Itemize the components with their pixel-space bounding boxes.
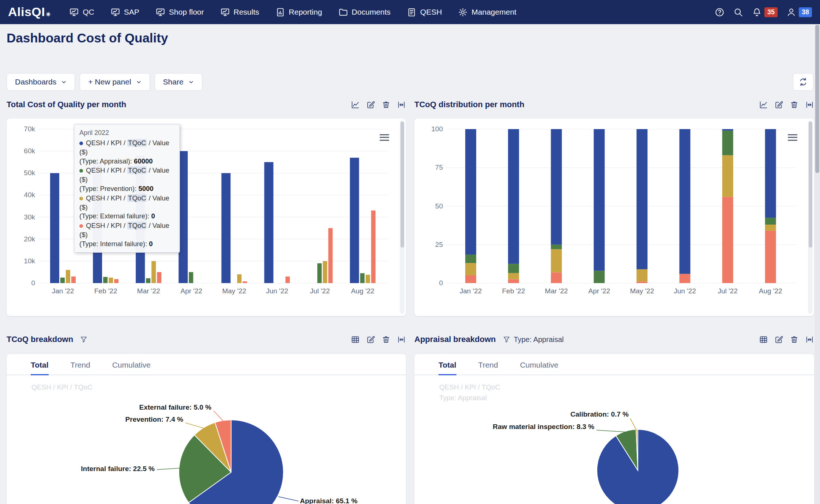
move-resize-icon[interactable] (397, 335, 406, 344)
svg-text:Jul '22: Jul '22 (718, 287, 737, 295)
page-scrollbar[interactable] (815, 24, 820, 504)
move-resize-icon[interactable] (805, 100, 814, 109)
panel-scrollbar[interactable] (808, 121, 813, 314)
svg-text:Jan '22: Jan '22 (52, 287, 74, 295)
nav-item-reporting[interactable]: Reporting (275, 7, 322, 17)
nav-item-label: QC (83, 8, 94, 16)
notifications-count-badge: 35 (764, 7, 778, 17)
scrollbar-thumb[interactable] (400, 121, 404, 248)
app-logo[interactable]: AlisQI (8, 5, 51, 20)
panel-title: Appraisal breakdown (414, 335, 496, 344)
monitor-chart-icon (110, 7, 120, 17)
svg-text:Feb '22: Feb '22 (94, 287, 117, 295)
gear-icon (458, 7, 468, 17)
svg-text:Aug '22: Aug '22 (759, 287, 782, 295)
table-icon[interactable] (351, 335, 360, 344)
svg-text:Jun '22: Jun '22 (674, 287, 696, 295)
monitor-chart-icon (155, 7, 165, 17)
svg-text:30k: 30k (24, 213, 35, 221)
move-resize-icon[interactable] (805, 335, 814, 344)
svg-text:70k: 70k (24, 125, 35, 133)
edit-icon[interactable] (366, 100, 375, 109)
edit-icon[interactable] (774, 335, 783, 344)
page-scrollbar-thumb[interactable] (815, 25, 819, 173)
panel-head-tcoq-month: Total Cost of Quality per month (7, 98, 406, 111)
panel-head-appraisal-breakdown: Appraisal breakdown Type: Appraisal (414, 333, 814, 346)
nav-item-sap[interactable]: SAP (110, 7, 139, 17)
series-dot (79, 142, 83, 145)
panel-title: TCoQ distribution per month (414, 100, 524, 109)
panel-actions (759, 100, 814, 109)
new-panel-button[interactable]: + New panel (80, 73, 150, 91)
tcoq-per-month-chart: 010k20k30k40k50k60k70kJan '22Feb '22Mar … (7, 119, 406, 316)
report-icon (275, 7, 285, 17)
svg-text:Apr '22: Apr '22 (180, 287, 202, 295)
svg-text:Mar '22: Mar '22 (137, 287, 160, 295)
nav-item-label: SAP (124, 8, 139, 16)
nav-item-documents[interactable]: Documents (338, 7, 391, 17)
svg-text:Calibration: 0.7 %: Calibration: 0.7 % (571, 410, 629, 418)
app-logo-text: AlisQI (8, 5, 45, 19)
chart-line-icon[interactable] (351, 100, 360, 109)
svg-text:May '22: May '22 (222, 287, 246, 295)
nav-item-management[interactable]: Management (458, 7, 516, 17)
search-button[interactable] (733, 7, 743, 17)
user-menu-button[interactable]: 38 (786, 7, 812, 17)
table-icon[interactable] (759, 335, 768, 344)
clipboard-icon (407, 7, 417, 17)
chart-line-icon[interactable] (759, 100, 768, 109)
main-nav: QC SAP Shop floor Results Reporting Docu… (69, 7, 516, 17)
nav-item-shop-floor[interactable]: Shop floor (155, 7, 204, 17)
folder-icon (338, 7, 348, 17)
chart-menu-icon[interactable] (380, 132, 389, 142)
trash-icon[interactable] (381, 335, 391, 344)
nav-item-results[interactable]: Results (220, 7, 259, 17)
share-button[interactable]: Share (155, 73, 202, 91)
toolbar: Dashboards + New panel Share (7, 73, 813, 91)
trash-icon[interactable] (790, 100, 799, 109)
tooltip-entry-appraisal: QESH / KPI / TQoC / Value ($) (Type: App… (79, 139, 174, 166)
user-icon (786, 7, 796, 17)
refresh-button[interactable] (793, 73, 813, 91)
chevron-down-icon (61, 79, 67, 85)
filter-funnel-icon[interactable] (503, 335, 511, 343)
move-resize-icon[interactable] (397, 100, 406, 109)
nav-item-label: Reporting (289, 8, 322, 16)
svg-text:External failure: 5.0 %: External failure: 5.0 % (139, 403, 212, 411)
nav-item-qesh[interactable]: QESH (407, 7, 442, 17)
svg-text:Feb '22: Feb '22 (502, 287, 525, 295)
trash-icon[interactable] (790, 335, 799, 344)
monitor-chart-icon (220, 7, 230, 17)
edit-icon[interactable] (366, 335, 375, 344)
series-dot (79, 169, 83, 173)
help-button[interactable] (715, 7, 725, 17)
svg-text:10k: 10k (24, 257, 35, 265)
panel-title: TCoQ breakdown (7, 335, 73, 344)
nav-item-qc[interactable]: QC (69, 7, 94, 17)
panel-filter (80, 335, 88, 343)
scrollbar-thumb[interactable] (809, 121, 812, 248)
panel-head-tcoq-breakdown: TCoQ breakdown (7, 333, 406, 346)
tooltip-entry-internal-failure: QESH / KPI / TQoC / Value ($) (Type: Int… (79, 221, 174, 248)
tcoq-breakdown-pie-chart: External failure: 5.0 %Prevention: 7.4 %… (7, 354, 406, 504)
share-button-label: Share (163, 78, 184, 86)
svg-text:50k: 50k (24, 169, 35, 177)
new-panel-button-label: + New panel (88, 78, 131, 86)
panel-scrollbar[interactable] (400, 121, 405, 314)
filter-funnel-icon[interactable] (80, 335, 88, 343)
notifications-button[interactable]: 35 (752, 7, 778, 17)
monitor-chart-icon (69, 7, 79, 17)
nav-item-label: Management (471, 8, 516, 16)
search-icon (733, 7, 743, 17)
svg-text:100: 100 (431, 125, 443, 133)
svg-text:Apr '22: Apr '22 (588, 287, 610, 295)
panel-filter: Type: Appraisal (503, 335, 564, 344)
dashboards-button[interactable]: Dashboards (7, 73, 75, 91)
refresh-icon (798, 77, 808, 87)
chart-menu-icon[interactable] (788, 132, 797, 142)
edit-icon[interactable] (774, 100, 783, 109)
svg-text:25: 25 (435, 241, 443, 248)
nav-item-label: Shop floor (169, 8, 204, 16)
trash-icon[interactable] (381, 100, 391, 109)
svg-text:50: 50 (435, 202, 443, 210)
